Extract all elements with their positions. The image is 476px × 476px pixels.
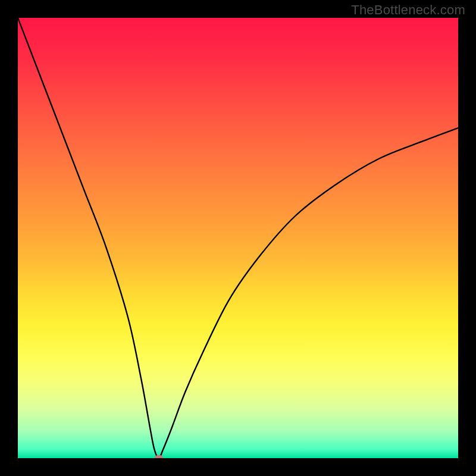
bottleneck-curve-line — [18, 18, 458, 458]
chart-container: TheBottleneck.com — [0, 0, 476, 476]
watermark-text: TheBottleneck.com — [351, 2, 465, 18]
minimum-marker — [155, 455, 163, 458]
curve-layer — [18, 18, 458, 458]
plot-area — [18, 18, 458, 458]
